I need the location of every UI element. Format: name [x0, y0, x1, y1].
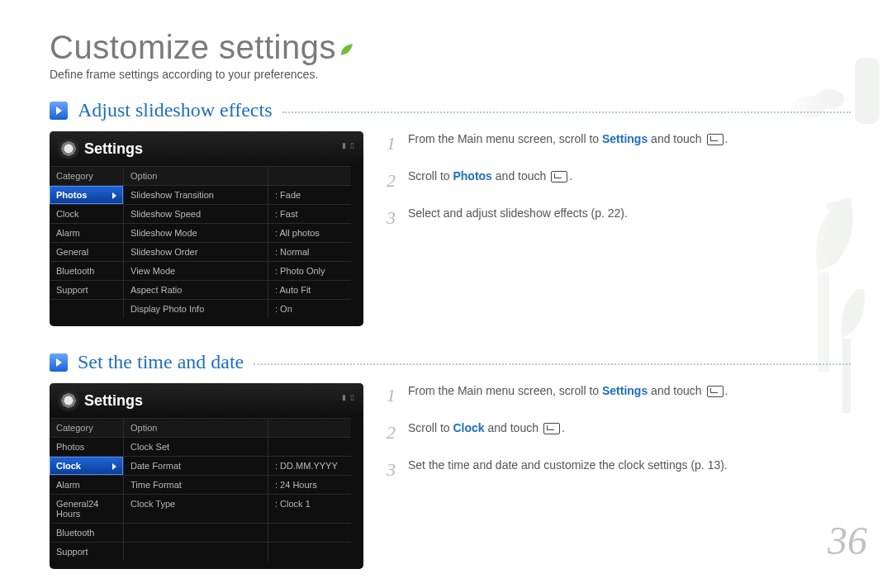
option-value: : All photos: [268, 223, 351, 242]
category-item[interactable]: Bluetooth: [50, 523, 124, 542]
keyword: Clock: [453, 421, 484, 434]
step-item: 2 Scroll to Photos and touch .: [387, 168, 851, 194]
option-label[interactable]: Slideshow Speed: [124, 204, 268, 223]
enter-icon: [707, 386, 724, 397]
page: Customize settings Define frame settings…: [0, 0, 892, 588]
option-value: : On: [268, 299, 351, 318]
option-value: [268, 437, 351, 456]
leaf-icon: [338, 29, 356, 66]
option-label[interactable]: Display Photo Info: [124, 299, 268, 318]
section-bullet-icon: [50, 353, 68, 372]
col-head-category: Category: [50, 418, 124, 437]
page-title: Customize settings: [50, 29, 851, 66]
option-value: : Normal: [268, 242, 351, 261]
category-item[interactable]: Alarm: [50, 223, 124, 242]
dotted-rule: [282, 111, 851, 113]
option-value: : Fade: [268, 185, 351, 204]
section-bullet-icon: [50, 102, 68, 120]
option-label[interactable]: Date Format: [124, 456, 268, 475]
category-item-selected[interactable]: Clock: [50, 456, 124, 475]
step-item: 1 From the Main menu screen, scroll to S…: [387, 131, 851, 157]
keyword: Settings: [602, 132, 648, 145]
category-item[interactable]: Bluetooth: [50, 261, 124, 280]
panel-title: Settings: [84, 392, 143, 410]
dotted-rule: [254, 363, 851, 365]
step-item: 2 Scroll to Clock and touch .: [387, 420, 851, 446]
category-item[interactable]: General: [50, 242, 124, 261]
section-heading: Set the time and date: [78, 351, 244, 373]
section-timedate: Set the time and date Settings ▮ ▯ Categ…: [50, 351, 851, 569]
keyword: Photos: [453, 169, 491, 183]
col-head-category: Category: [50, 166, 124, 185]
gear-icon: [59, 391, 78, 410]
panel-indicator: ▮ ▯: [342, 393, 355, 401]
category-item[interactable]: Clock: [50, 204, 124, 223]
option-value: : DD.MM.YYYY: [268, 456, 351, 475]
settings-panel-photos: Settings ▮ ▯ Category Option Photos Slid…: [50, 131, 363, 326]
section-slideshow: Adjust slideshow effects Settings ▮ ▯ Ca…: [50, 99, 851, 326]
option-value: : Clock 1: [268, 494, 351, 523]
steps-list: 1 From the Main menu screen, scroll to S…: [387, 383, 851, 494]
panel-indicator: ▮ ▯: [342, 141, 355, 149]
enter-icon: [543, 423, 560, 434]
step-number: 3: [387, 458, 400, 483]
category-item[interactable]: Alarm: [50, 475, 124, 494]
page-subtitle: Define frame settings according to your …: [50, 68, 851, 81]
step-item: 3 Set the time and date and customize th…: [387, 458, 851, 483]
category-item[interactable]: General24 Hours: [50, 494, 124, 523]
settings-panel-clock: Settings ▮ ▯ Category Option Photos Cloc…: [50, 383, 363, 569]
option-label[interactable]: Slideshow Order: [124, 242, 268, 261]
enter-icon: [551, 171, 567, 183]
category-item[interactable]: Support: [50, 280, 124, 299]
option-label[interactable]: Aspect Ratio: [124, 280, 268, 299]
option-value: : 24 Hours: [268, 475, 351, 494]
steps-list: 1 From the Main menu screen, scroll to S…: [387, 131, 851, 242]
section-heading: Adjust slideshow effects: [78, 99, 273, 121]
chevron-right-icon: [112, 463, 116, 470]
step-number: 2: [387, 168, 400, 194]
option-label[interactable]: Slideshow Transition: [124, 185, 268, 204]
col-head-option: Option: [124, 418, 268, 437]
step-number: 3: [387, 206, 400, 231]
step-item: 1 From the Main menu screen, scroll to S…: [387, 383, 851, 409]
option-label[interactable]: View Mode: [124, 261, 268, 280]
option-value: : Fast: [268, 204, 351, 223]
category-item-selected[interactable]: Photos: [50, 185, 124, 204]
step-number: 2: [387, 420, 400, 446]
option-label[interactable]: Time Format: [124, 475, 268, 494]
col-head-option: Option: [124, 166, 268, 185]
option-value: : Auto Fit: [268, 280, 351, 299]
category-item[interactable]: Photos: [50, 437, 124, 456]
keyword: Settings: [602, 384, 648, 397]
option-label[interactable]: Clock Type: [124, 494, 268, 523]
option-label[interactable]: Slideshow Mode: [124, 223, 268, 242]
step-item: 3 Select and adjust slideshow effects (p…: [387, 206, 851, 231]
option-value: : Photo Only: [268, 261, 351, 280]
step-number: 1: [387, 383, 400, 409]
chevron-right-icon: [112, 192, 116, 199]
step-number: 1: [387, 131, 400, 157]
panel-title: Settings: [84, 140, 143, 158]
category-item[interactable]: Support: [50, 542, 124, 561]
gear-icon: [59, 140, 78, 158]
option-label[interactable]: Clock Set: [124, 437, 268, 456]
enter-icon: [707, 134, 724, 145]
